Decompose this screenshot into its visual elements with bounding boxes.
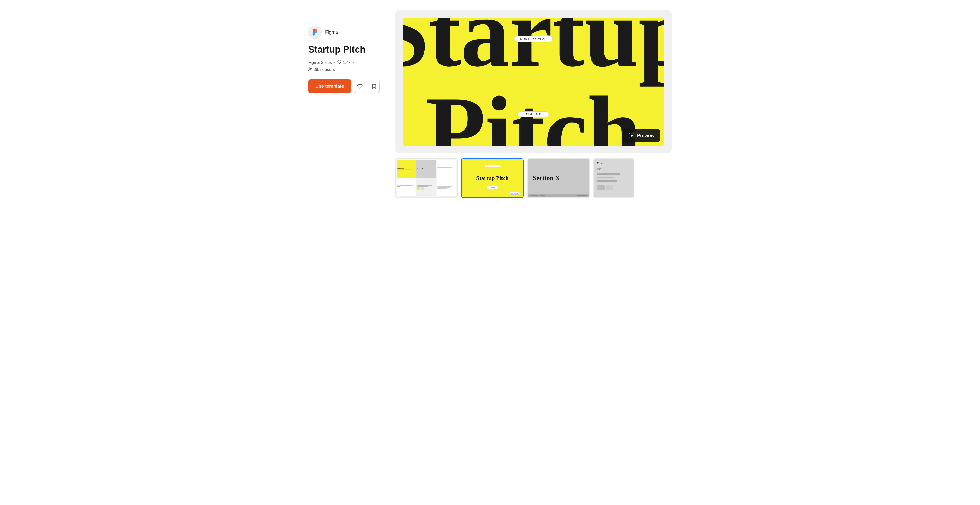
likes-count: 1.4k	[343, 60, 350, 65]
author-row: Figma	[308, 25, 380, 39]
preview-play-icon	[629, 133, 635, 139]
left-panel: Figma Startup Pitch Figma Slides • 1.4k …	[308, 10, 380, 198]
likes-item: 1.4k	[337, 60, 350, 65]
use-template-button[interactable]: Use template	[308, 80, 351, 93]
tov-cell-section: Section X	[417, 160, 436, 178]
tov-cell-text2: We're and this is the mission behind our…	[396, 178, 416, 197]
thumb-overview-grid: Startup Pitch Section X We're and this i…	[396, 159, 457, 198]
heart-icon	[337, 60, 342, 65]
like-button[interactable]	[354, 80, 366, 93]
template-title: Startup Pitch	[308, 44, 380, 55]
preview-button-label: Preview	[637, 133, 654, 139]
main-slide: MONTH XX YEAR Startup Pitch TAGLINE CONF…	[403, 18, 664, 145]
author-name: Figma	[325, 30, 338, 35]
tov-cell-content1	[417, 178, 436, 197]
thumb-slide-title: Startup Pitch	[476, 175, 509, 182]
category-label: Figma Slides	[308, 60, 332, 65]
thumb-section-slide: Section X	[528, 159, 589, 198]
users-count: 39.2k users	[313, 67, 335, 72]
tov-cell-text1	[437, 160, 456, 178]
actions-row: Use template	[308, 80, 380, 93]
main-preview-area: MONTH XX YEAR Startup Pitch TAGLINE CONF…	[395, 10, 672, 153]
thumb-date-pill: MONTH XX YEAR	[485, 165, 501, 167]
thumbnail-startup-pitch[interactable]: MONTH XX YEAR Startup Pitch TAGLINE CONF…	[461, 158, 524, 198]
thumb-tagline-pill: TAGLINE	[487, 186, 498, 189]
slide-date-pill: MONTH XX YEAR	[514, 36, 552, 42]
bookmark-button[interactable]	[369, 80, 380, 93]
bookmark-icon-btn	[371, 83, 377, 89]
heart-icon-btn	[357, 83, 363, 89]
thumbnail-strip: Startup Pitch Section X We're and this i…	[395, 158, 672, 198]
svg-point-0	[309, 68, 310, 69]
figma-logo	[308, 25, 321, 39]
thumbnail-overview[interactable]: Startup Pitch Section X We're and this i…	[395, 158, 458, 198]
meta-dot-2: •	[352, 60, 354, 65]
thumb-partial-content: This wan	[594, 159, 634, 198]
thumbnail-section-x[interactable]: Section X	[527, 158, 590, 198]
tov-cell-text3	[437, 178, 456, 197]
thumb-gray-content: Section X	[528, 159, 589, 198]
thumb-section-title: Section X	[533, 175, 560, 182]
meta-row: Figma Slides • 1.4k • 39.2k users	[308, 60, 380, 72]
thumb-bottom-strip	[528, 194, 589, 198]
right-panel: MONTH XX YEAR Startup Pitch TAGLINE CONF…	[395, 10, 672, 198]
slide-tagline-pill: TAGLINE	[518, 112, 549, 118]
thumbnail-partial[interactable]: This wan	[593, 158, 634, 198]
users-item: 39.2k users	[308, 67, 335, 72]
meta-dot-1: •	[334, 60, 335, 65]
thumb-yellow-content: MONTH XX YEAR Startup Pitch TAGLINE CONF…	[462, 159, 523, 198]
preview-button[interactable]: Preview	[623, 129, 660, 142]
thumb-conf-pill: CONFIDENTIAL	[509, 192, 520, 194]
tov-cell-yellow: Startup Pitch	[396, 160, 416, 178]
users-icon	[308, 67, 312, 72]
